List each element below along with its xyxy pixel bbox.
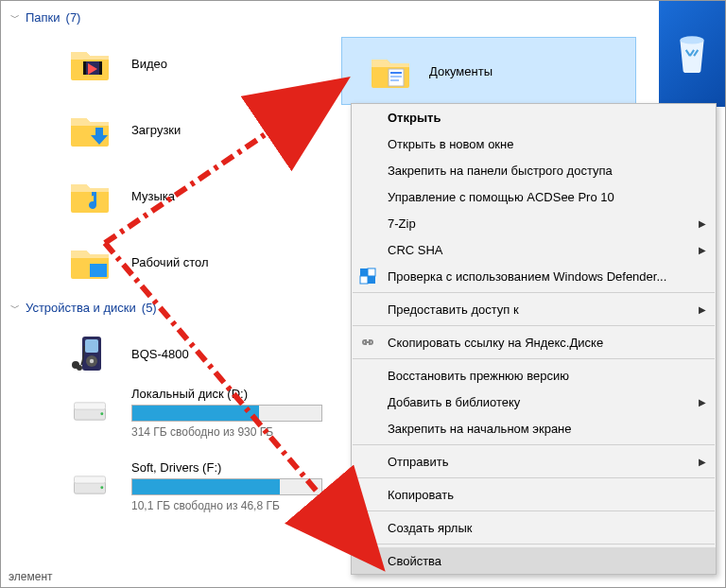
ctx-yandex-disk-link[interactable]: Скопировать ссылку на Яндекс.Диске: [352, 329, 716, 355]
ctx-open[interactable]: Открыть: [352, 104, 716, 130]
svg-rect-6: [85, 339, 98, 353]
svg-rect-24: [360, 276, 368, 284]
context-menu: Открыть Открыть в новом окне Закрепить н…: [351, 103, 717, 575]
submenu-arrow-icon: ▶: [699, 218, 706, 229]
svg-rect-25: [368, 276, 375, 284]
folder-label: Музыка: [131, 189, 175, 203]
svg-rect-4: [90, 264, 107, 277]
disk-free-text: 314 ГБ свободно из 930 ГБ: [131, 425, 330, 439]
ctx-separator: [353, 325, 715, 326]
ctx-send-to[interactable]: Отправить▶: [352, 448, 716, 475]
svg-rect-18: [390, 72, 402, 74]
svg-point-21: [680, 36, 703, 43]
svg-rect-12: [75, 403, 106, 409]
svg-rect-3: [99, 61, 102, 75]
svg-point-16: [100, 486, 103, 489]
ctx-separator: [353, 358, 715, 359]
folder-video-icon: [65, 39, 114, 88]
folder-item-documents-selected[interactable]: Документы: [341, 37, 636, 105]
svg-rect-20: [390, 79, 399, 81]
ctx-add-to-library[interactable]: Добавить в библиотеку▶: [352, 389, 716, 415]
folder-music-icon: [65, 171, 114, 220]
ctx-copy[interactable]: Копировать: [352, 481, 716, 508]
ctx-7zip[interactable]: 7-Zip▶: [352, 210, 716, 236]
folder-label: Видео: [131, 57, 167, 71]
folder-downloads-icon: [65, 105, 114, 154]
group-title: Устройства и диски: [26, 301, 136, 315]
svg-point-13: [100, 412, 103, 415]
svg-rect-19: [390, 76, 402, 78]
ctx-give-access[interactable]: Предоставить доступ к▶: [352, 296, 716, 322]
group-header-folders[interactable]: ﹀ Папки (7): [10, 10, 716, 25]
link-icon: [359, 334, 376, 351]
disk-label: Локальный диск (D:): [131, 387, 330, 401]
ctx-separator: [353, 544, 715, 545]
folder-label: Документы: [429, 64, 493, 78]
chevron-down-icon: ﹀: [10, 302, 20, 315]
ctx-separator: [353, 510, 715, 511]
mp3-player-icon: [65, 329, 114, 378]
group-title: Папки: [26, 10, 60, 25]
submenu-arrow-icon: ▶: [699, 397, 706, 407]
ctx-properties[interactable]: Свойства: [352, 547, 716, 574]
folder-documents-icon: [366, 46, 415, 95]
disk-usage-fill: [132, 406, 259, 421]
ctx-restore-previous[interactable]: Восстановить прежнюю версию: [352, 362, 716, 389]
folder-desktop-icon: [65, 237, 114, 286]
ctx-open-new-window[interactable]: Открыть в новом окне: [352, 130, 716, 157]
disk-usage-bar: [131, 478, 322, 495]
svg-rect-22: [360, 268, 368, 276]
svg-rect-15: [75, 476, 106, 483]
ctx-pin-quick-access[interactable]: Закрепить на панели быстрого доступа: [352, 157, 716, 183]
folder-label: Загрузки: [131, 123, 181, 137]
disk-usage-bar: [131, 405, 322, 422]
ctx-separator: [353, 477, 715, 478]
ctx-pin-start[interactable]: Закрепить на начальном экране: [352, 415, 716, 441]
desktop-area: [659, 1, 725, 107]
submenu-arrow-icon: ▶: [699, 245, 706, 255]
svg-rect-2: [83, 61, 86, 75]
ctx-separator: [353, 292, 715, 293]
disk-usage-fill: [132, 479, 280, 494]
folder-label: Рабочий стол: [131, 255, 209, 269]
group-count: (5): [142, 301, 157, 315]
ctx-acdsee[interactable]: Управление с помощью ACDSee Pro 10: [352, 183, 716, 210]
status-bar-fragment: элемент: [9, 570, 53, 583]
svg-rect-23: [368, 268, 375, 276]
disk-free-text: 10,1 ГБ свободно из 46,8 ГБ: [131, 499, 330, 512]
group-count: (7): [66, 10, 81, 25]
svg-point-8: [90, 359, 94, 363]
recycle-bin-icon[interactable]: [672, 32, 712, 76]
ctx-defender-scan[interactable]: Проверка с использованием Windows Defend…: [352, 263, 716, 289]
ctx-create-shortcut[interactable]: Создать ярлык: [352, 514, 716, 541]
shield-icon: [359, 268, 376, 285]
ctx-crc-sha[interactable]: CRC SHA▶: [352, 236, 716, 263]
submenu-arrow-icon: ▶: [699, 304, 706, 315]
svg-point-10: [77, 365, 82, 371]
chevron-down-icon: ﹀: [10, 11, 20, 25]
submenu-arrow-icon: ▶: [699, 457, 706, 467]
disk-label: Soft, Drivers (F:): [131, 460, 330, 475]
hdd-icon: [65, 460, 114, 510]
hdd-icon: [65, 387, 114, 436]
ctx-separator: [353, 444, 715, 445]
device-label: BQS-4800: [131, 347, 189, 361]
